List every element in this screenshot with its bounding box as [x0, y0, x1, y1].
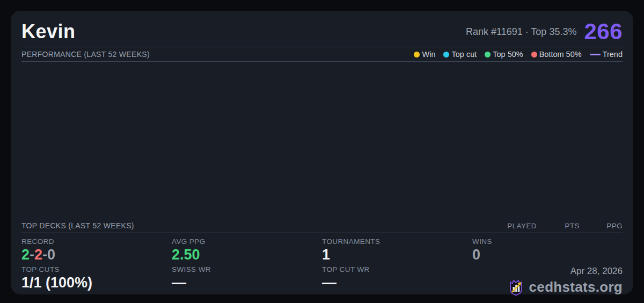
column-pts: PTS — [537, 222, 580, 230]
legend-item-top-cut: Top cut — [443, 50, 477, 59]
brand-name: cedhstats.org — [529, 279, 623, 295]
legend-label: Win — [422, 50, 435, 59]
player-stats-card: Kevin Rank #11691 · Top 35.3% 266 PERFOR… — [11, 11, 633, 294]
brand-row: cedhstats.org — [508, 278, 623, 296]
legend-item-bottom-50: Bottom 50% — [531, 50, 582, 59]
legend-item-win: Win — [414, 50, 435, 59]
footer-branding: Apr 28, 2026 cedhstats.org — [472, 265, 623, 293]
stat-label: AVG PPG — [172, 237, 322, 246]
stat-label: TOURNAMENTS — [322, 237, 472, 246]
record-wins: 2 — [21, 247, 30, 263]
player-score: 266 — [584, 22, 623, 41]
stat-record: RECORD 2-2-0 — [21, 237, 172, 265]
rank-summary: Rank #11691 · Top 35.3% — [466, 27, 576, 37]
stat-label: RECORD — [21, 237, 172, 246]
stat-wins: WINS 0 — [472, 237, 623, 265]
stat-label: WINS — [472, 237, 623, 246]
stat-value: — — [172, 275, 322, 290]
top-cut-dot-icon — [443, 52, 449, 57]
stat-label: TOP CUTS — [21, 265, 172, 273]
legend-label: Bottom 50% — [539, 50, 582, 59]
shield-bar-chart-arrow-icon — [508, 278, 524, 296]
top-50-dot-icon — [485, 52, 491, 57]
record-separator: - — [42, 247, 47, 263]
top-decks-header-row: TOP DECKS (LAST 52 WEEKS) PLAYED PTS PPG — [21, 219, 623, 233]
trend-line-icon — [590, 54, 601, 55]
player-name: Kevin — [21, 22, 76, 41]
chart-legend: Win Top cut Top 50% Bottom 50% Trend — [414, 50, 623, 59]
performance-header-row: PERFORMANCE (LAST 52 WEEKS) Win Top cut … — [21, 47, 623, 62]
performance-chart-area — [21, 62, 623, 219]
record-draws: 0 — [47, 247, 55, 263]
top-decks-columns: PLAYED PTS PPG — [494, 222, 623, 230]
legend-label: Top cut — [451, 50, 477, 59]
legend-item-top-50: Top 50% — [485, 50, 523, 59]
stat-value-record: 2-2-0 — [21, 247, 172, 262]
record-losses: 2 — [34, 247, 42, 263]
stat-tournaments: TOURNAMENTS 1 — [322, 237, 472, 265]
header-right: Rank #11691 · Top 35.3% 266 — [466, 22, 623, 41]
stat-label: SWISS WR — [172, 265, 322, 273]
stat-top-cut-wr: TOP CUT WR — — [322, 265, 472, 293]
stat-label: TOP CUT WR — [322, 265, 472, 273]
stat-avg-ppg: AVG PPG 2.50 — [172, 237, 322, 265]
record-separator: - — [30, 247, 34, 263]
stat-value: 1/1 (100%) — [21, 275, 172, 290]
column-played: PLAYED — [494, 222, 537, 230]
card-date: Apr 28, 2026 — [570, 266, 623, 277]
legend-label: Top 50% — [493, 50, 523, 59]
stats-grid: RECORD 2-2-0 AVG PPG 2.50 TOURNAMENTS 1 … — [21, 233, 623, 293]
bottom-50-dot-icon — [531, 52, 537, 57]
legend-label: Trend — [603, 50, 623, 59]
top-decks-title: TOP DECKS (LAST 52 WEEKS) — [21, 221, 134, 230]
stat-value: 1 — [322, 247, 472, 262]
stat-value: 0 — [472, 247, 623, 262]
win-dot-icon — [414, 52, 420, 57]
stat-swiss-wr: SWISS WR — — [172, 265, 322, 293]
performance-title: PERFORMANCE (LAST 52 WEEKS) — [21, 50, 150, 59]
stat-top-cuts: TOP CUTS 1/1 (100%) — [21, 265, 172, 293]
stat-value: 2.50 — [172, 247, 322, 262]
legend-item-trend: Trend — [590, 50, 623, 59]
stat-value: — — [322, 275, 472, 290]
column-ppg: PPG — [580, 222, 623, 230]
card-header: Kevin Rank #11691 · Top 35.3% 266 — [21, 11, 623, 47]
